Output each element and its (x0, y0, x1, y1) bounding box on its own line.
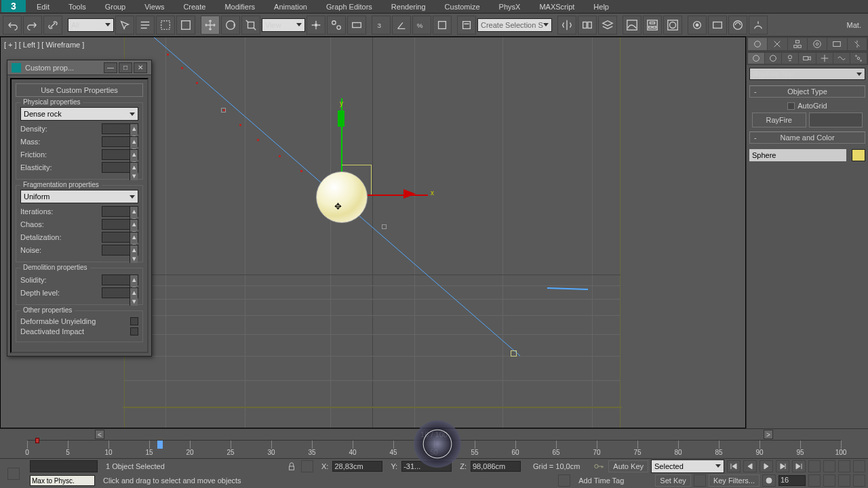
goto-end-button[interactable] (792, 460, 806, 472)
nav-pan2-button[interactable] (838, 474, 850, 487)
cameras-subtab[interactable] (799, 53, 815, 64)
use-custom-properties-button[interactable]: Use Custom Properties (16, 83, 143, 97)
select-region-button[interactable] (156, 16, 175, 35)
detalization-spinner[interactable]: ▴▾ (102, 232, 138, 243)
viewport-label[interactable]: [ + ] [ Left ] [ Wireframe ] (4, 41, 84, 49)
percent-snap-button[interactable]: % (412, 16, 431, 35)
hierarchy-tab[interactable] (788, 38, 807, 50)
mirror-button[interactable] (557, 16, 576, 35)
play-button[interactable] (760, 460, 773, 472)
fragmentation-type-dropdown[interactable]: Uniform (20, 190, 138, 203)
align-button[interactable] (578, 16, 597, 35)
nav-zoom-ext-button[interactable] (808, 474, 821, 487)
select-and-move-button[interactable] (201, 16, 220, 35)
menu-tools[interactable]: Tools (59, 3, 96, 11)
create-tab[interactable] (748, 38, 767, 50)
schematic-view-button[interactable] (643, 16, 662, 35)
rendered-frame-button[interactable] (708, 16, 727, 35)
deactivated-checkbox[interactable] (130, 327, 138, 336)
add-time-tag[interactable]: Add Time Tag (573, 476, 629, 485)
autogrid-checkbox[interactable] (787, 102, 795, 110)
select-and-rotate-button[interactable] (221, 16, 240, 35)
friction-spinner[interactable]: ▴▾ (102, 149, 138, 160)
menu-edit[interactable]: Edit (27, 3, 59, 11)
time-config-button[interactable] (762, 474, 776, 487)
select-and-scale-button[interactable] (241, 16, 260, 35)
object-type-rollout[interactable]: -Object Type (749, 85, 865, 98)
shapes-subtab[interactable] (765, 53, 781, 64)
time-slider[interactable]: 16 / 100 (104, 430, 764, 439)
time-slider-left[interactable]: < (95, 430, 104, 439)
y-coord-input[interactable]: -31... (401, 461, 452, 472)
menu-views[interactable]: Views (135, 3, 174, 11)
lights-subtab[interactable] (782, 53, 798, 64)
keyfilters-button[interactable]: Key Filters... (709, 474, 760, 487)
nav-zoom-button[interactable] (823, 460, 835, 472)
link-button[interactable] (43, 16, 62, 35)
noise-spinner[interactable]: ▴▾ (102, 245, 138, 256)
maxscript-listener[interactable]: Max to Physc. (30, 475, 95, 486)
minimize-button[interactable]: — (104, 62, 117, 73)
x-coord-input[interactable]: 28,83cm (332, 461, 382, 472)
key-marker-0[interactable] (35, 438, 39, 443)
sphere-object[interactable] (316, 171, 368, 223)
helpers-subtab[interactable] (816, 53, 833, 64)
motion-tab[interactable] (808, 38, 827, 50)
maximize-button[interactable]: □ (119, 62, 132, 73)
time-slider-right[interactable]: > (764, 430, 773, 439)
spacewarps-subtab[interactable] (833, 53, 850, 64)
absolute-mode-button[interactable] (301, 460, 313, 472)
render-button[interactable] (728, 16, 747, 35)
nav-max-button[interactable] (853, 460, 865, 472)
x-axis[interactable] (367, 195, 428, 196)
dialog-titlebar[interactable]: Custom prop... — □ ✕ (7, 60, 151, 75)
mass-spinner[interactable]: ▴▾ (102, 136, 138, 147)
redo-button[interactable] (23, 16, 42, 35)
chaos-spinner[interactable]: ▴▾ (102, 219, 138, 230)
menu-physx[interactable]: PhysX (490, 3, 530, 11)
named-selection-dropdown[interactable]: Create Selection S (477, 18, 552, 32)
close-button[interactable]: ✕ (134, 62, 147, 73)
prev-frame-button[interactable] (743, 460, 757, 472)
modify-tab[interactable] (768, 38, 787, 50)
material-editor-button[interactable] (663, 16, 682, 35)
iterations-spinner[interactable]: ▴▾ (102, 206, 138, 217)
keyboard-shortcut-button[interactable] (347, 16, 366, 35)
keymode-dropdown[interactable]: Selected (651, 460, 724, 473)
current-frame-input[interactable]: 16 (778, 475, 806, 486)
reference-coord-dropdown[interactable]: View (262, 18, 305, 32)
goto-start-button[interactable] (727, 460, 741, 472)
menu-animation[interactable]: Animation (264, 3, 317, 11)
menu-rendering[interactable]: Rendering (382, 3, 435, 11)
geometry-subtab[interactable] (748, 53, 764, 64)
menu-maxscript[interactable]: MAXScript (530, 3, 584, 11)
name-color-rollout[interactable]: -Name and Color (749, 131, 865, 144)
selection-filter-dropdown[interactable]: All (68, 18, 114, 32)
time-ruler[interactable]: 0510152025303540455055606570758085909510… (27, 440, 841, 459)
render-production-button[interactable] (749, 16, 768, 35)
menu-customize[interactable]: Customize (435, 3, 490, 11)
autokey-button[interactable]: Auto Key (608, 460, 648, 472)
key-mode-icon[interactable] (694, 474, 706, 487)
empty-button[interactable] (809, 113, 863, 127)
depth-level-spinner[interactable]: ▴▾ (102, 287, 138, 298)
select-by-name-button[interactable] (136, 16, 155, 35)
edit-named-sel-button[interactable] (457, 16, 476, 35)
x-axis-handle[interactable] (403, 189, 416, 199)
use-pivot-button[interactable] (307, 16, 326, 35)
deformable-checkbox[interactable] (130, 317, 138, 325)
undo-button[interactable] (3, 16, 22, 35)
key-icon[interactable] (592, 460, 606, 472)
setkey-button[interactable]: Set Key (655, 474, 691, 487)
script-listener-icon[interactable] (7, 468, 20, 480)
snap-toggle-button[interactable]: 3 (372, 16, 391, 35)
elasticity-spinner[interactable]: ▴▾ (102, 162, 138, 173)
nav-orbit-button[interactable] (838, 460, 850, 472)
object-name-input[interactable]: Sphere (749, 149, 846, 161)
menu-help[interactable]: Help (584, 3, 618, 11)
menu-graph-editors[interactable]: Graph Editors (317, 3, 382, 11)
angle-snap-button[interactable] (392, 16, 411, 35)
render-setup-button[interactable] (688, 16, 707, 35)
spinner-snap-button[interactable] (433, 16, 452, 35)
menu-group[interactable]: Group (96, 3, 136, 11)
